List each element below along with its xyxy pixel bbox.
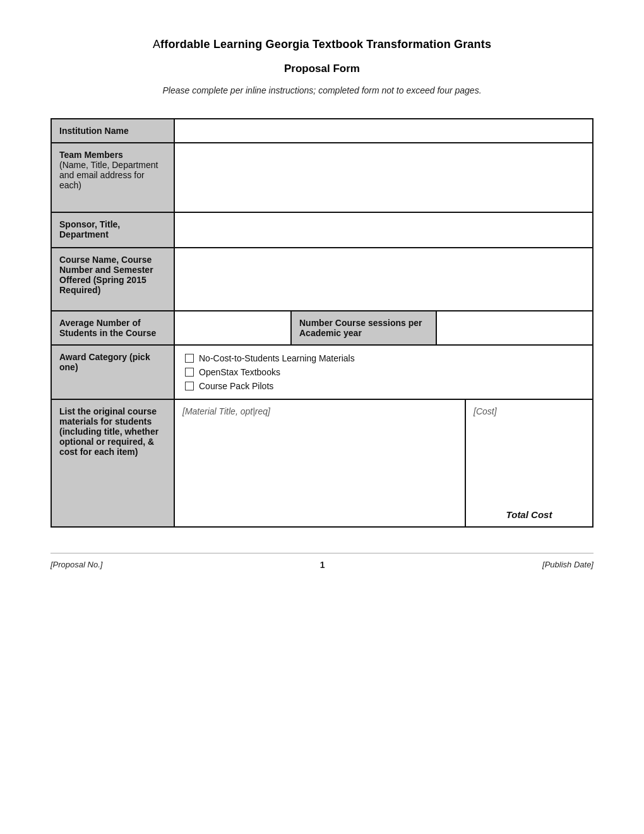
checkbox-course-pack[interactable] bbox=[185, 382, 194, 390]
main-title: Affordable Learning Georgia Textbook Tra… bbox=[153, 38, 491, 51]
team-members-value[interactable] bbox=[174, 143, 593, 212]
course-name-row: Course Name, Course Number and Semester … bbox=[51, 248, 593, 311]
page-number: 1 bbox=[320, 560, 325, 570]
award-option-2-label: OpenStax Textbooks bbox=[199, 367, 280, 377]
proposal-form-table: Institution Name Team Members (Name, Tit… bbox=[51, 118, 593, 528]
award-option-3[interactable]: Course Pack Pilots bbox=[185, 381, 582, 391]
checkbox-openstax[interactable] bbox=[185, 368, 194, 377]
sub-title: Proposal Form bbox=[284, 63, 360, 75]
proposal-no: [Proposal No.] bbox=[51, 560, 102, 570]
institution-name-label: Institution Name bbox=[51, 119, 174, 143]
institution-name-value[interactable] bbox=[174, 119, 593, 143]
sponsor-label: Sponsor, Title, Department bbox=[51, 212, 174, 248]
avg-students-label: Average Number of Students in the Course bbox=[52, 311, 175, 344]
sponsor-value[interactable] bbox=[174, 212, 593, 248]
sponsor-row: Sponsor, Title, Department bbox=[51, 212, 593, 248]
avg-students-value[interactable] bbox=[175, 311, 292, 344]
team-members-row: Team Members (Name, Title, Department an… bbox=[51, 143, 593, 212]
materials-row: List the original course materials for s… bbox=[51, 399, 593, 527]
footer: [Proposal No.] 1 [Publish Date] bbox=[51, 553, 593, 570]
students-sessions-row: Average Number of Students in the Course… bbox=[51, 311, 593, 345]
cost-placeholder: [Cost] bbox=[474, 406, 585, 416]
materials-title-value[interactable]: [Material Title, opt|req] bbox=[175, 400, 466, 526]
course-name-value[interactable] bbox=[174, 248, 593, 311]
award-category-options: No-Cost-to-Students Learning Materials O… bbox=[174, 345, 593, 399]
award-category-label: Award Category (pick one) bbox=[51, 345, 174, 399]
materials-cost-value[interactable]: [Cost] Total Cost bbox=[466, 400, 592, 526]
main-title-bold: ffordable Learning Georgia Textbook Tran… bbox=[160, 38, 491, 51]
materials-label: List the original course materials for s… bbox=[52, 400, 175, 526]
award-option-1[interactable]: No-Cost-to-Students Learning Materials bbox=[185, 353, 582, 363]
sessions-label: Number Course sessions per Academic year bbox=[292, 311, 437, 344]
award-category-row: Award Category (pick one) No-Cost-to-Stu… bbox=[51, 345, 593, 399]
checkbox-no-cost[interactable] bbox=[185, 354, 194, 363]
award-option-1-label: No-Cost-to-Students Learning Materials bbox=[199, 353, 355, 363]
course-name-label: Course Name, Course Number and Semester … bbox=[51, 248, 174, 311]
instructions: Please complete per inline instructions;… bbox=[162, 85, 481, 95]
award-option-3-label: Course Pack Pilots bbox=[199, 381, 273, 391]
sessions-value[interactable] bbox=[437, 311, 592, 344]
institution-name-row: Institution Name bbox=[51, 119, 593, 143]
total-cost-label: Total Cost bbox=[474, 509, 585, 520]
team-members-label: Team Members (Name, Title, Department an… bbox=[51, 143, 174, 212]
publish-date: [Publish Date] bbox=[542, 560, 593, 570]
team-members-sublabel: (Name, Title, Department and email addre… bbox=[59, 160, 158, 190]
award-option-2[interactable]: OpenStax Textbooks bbox=[185, 367, 582, 377]
